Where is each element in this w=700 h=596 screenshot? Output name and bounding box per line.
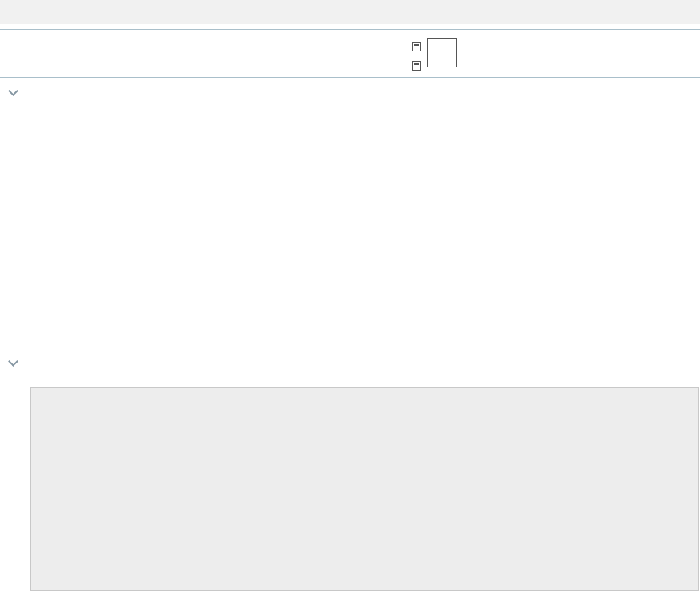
date-scale-section-header[interactable] <box>10 355 33 370</box>
from-calendar-icon[interactable] <box>412 42 421 51</box>
tab-simulation-active[interactable] <box>600 0 700 24</box>
planning-objects-section-header[interactable] <box>10 85 33 99</box>
refresh-button[interactable] <box>427 38 457 67</box>
top-nav <box>0 0 700 24</box>
to-calendar-icon[interactable] <box>412 61 421 71</box>
collapse-chevron-icon <box>8 86 18 96</box>
collapse-chevron-icon <box>8 356 18 367</box>
portfolio-header <box>0 29 700 78</box>
planta-portfolio-window <box>0 0 700 596</box>
gantt-chart <box>30 387 699 591</box>
